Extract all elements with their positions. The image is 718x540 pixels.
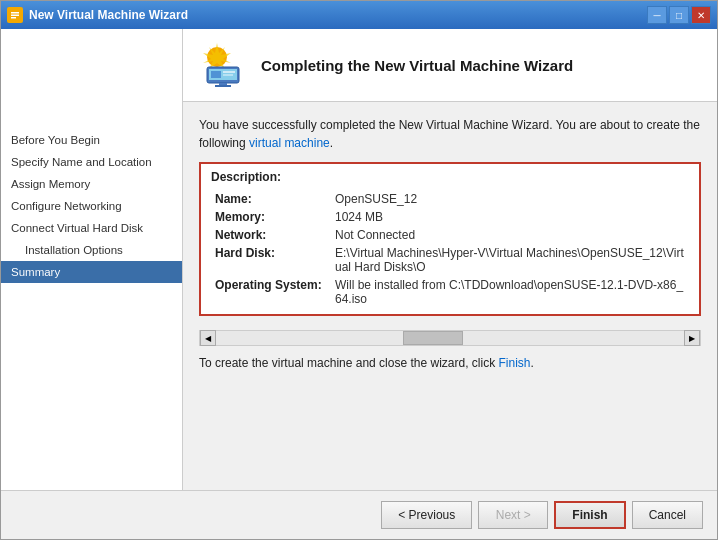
field-value-memory: 1024 MB	[331, 208, 689, 226]
sidebar-item-configure-networking[interactable]: Configure Networking	[1, 195, 182, 217]
footer-period: .	[531, 356, 534, 370]
header-title: Completing the New Virtual Machine Wizar…	[261, 57, 573, 74]
description-table: Name: OpenSUSE_12 Memory: 1024 MB Networ…	[211, 190, 689, 308]
field-value-name: OpenSUSE_12	[331, 190, 689, 208]
footer-line1: To create the virtual machine and close …	[199, 356, 498, 370]
scroll-right-arrow[interactable]: ▶	[684, 330, 700, 346]
field-label-os: Operating System:	[211, 276, 331, 308]
app-icon	[7, 7, 23, 23]
field-label-memory: Memory:	[211, 208, 331, 226]
svg-rect-2	[11, 15, 19, 17]
table-row: Memory: 1024 MB	[211, 208, 689, 226]
window-title: New Virtual Machine Wizard	[29, 8, 188, 22]
finish-link[interactable]: Finish	[498, 356, 530, 370]
title-bar-left: New Virtual Machine Wizard	[7, 7, 188, 23]
table-row: Name: OpenSUSE_12	[211, 190, 689, 208]
field-value-os: Will be installed from C:\TDDownload\ope…	[331, 276, 689, 308]
svg-rect-12	[223, 74, 233, 76]
sidebar-item-installation-options[interactable]: Installation Options	[1, 239, 182, 261]
svg-rect-1	[11, 12, 19, 14]
main-content: Completing the New Virtual Machine Wizar…	[183, 29, 717, 490]
scroll-left-arrow[interactable]: ◀	[200, 330, 216, 346]
field-label-name: Name:	[211, 190, 331, 208]
svg-rect-3	[11, 17, 16, 19]
header-area: Completing the New Virtual Machine Wizar…	[183, 29, 717, 102]
virtual-machine-link[interactable]: virtual machine	[249, 136, 330, 150]
sidebar-item-summary[interactable]: Summary	[1, 261, 182, 283]
field-label-network: Network:	[211, 226, 331, 244]
sidebar-item-assign-memory[interactable]: Assign Memory	[1, 173, 182, 195]
footer-text: To create the virtual machine and close …	[199, 356, 701, 370]
description-header: Description:	[211, 170, 689, 184]
body-area: You have successfully completed the New …	[183, 102, 717, 490]
intro-line1: You have successfully completed the New …	[199, 118, 700, 132]
sidebar-item-connect-vhd[interactable]: Connect Virtual Hard Disk	[1, 217, 182, 239]
button-bar: < Previous Next > Finish Cancel	[1, 490, 717, 539]
intro-end: .	[330, 136, 333, 150]
table-row: Operating System: Will be installed from…	[211, 276, 689, 308]
sidebar: Before You Begin Specify Name and Locati…	[1, 29, 183, 490]
next-button[interactable]: Next >	[478, 501, 548, 529]
table-row: Hard Disk: E:\Virtual Machines\Hyper-V\V…	[211, 244, 689, 276]
scrollbar-thumb[interactable]	[403, 331, 463, 345]
intro-text: You have successfully completed the New …	[199, 116, 701, 152]
wizard-header-icon	[199, 41, 247, 89]
svg-rect-11	[223, 71, 235, 73]
description-box: Description: Name: OpenSUSE_12 Memory: 1…	[199, 162, 701, 316]
title-controls: ─ □ ✕	[647, 6, 711, 24]
sidebar-item-specify-name[interactable]: Specify Name and Location	[1, 151, 182, 173]
title-bar: New Virtual Machine Wizard ─ □ ✕	[1, 1, 717, 29]
finish-button[interactable]: Finish	[554, 501, 625, 529]
svg-rect-10	[211, 71, 221, 78]
previous-button[interactable]: < Previous	[381, 501, 472, 529]
wizard-window: New Virtual Machine Wizard ─ □ ✕ Before …	[0, 0, 718, 540]
svg-rect-9	[215, 85, 231, 87]
cancel-button[interactable]: Cancel	[632, 501, 703, 529]
maximize-button[interactable]: □	[669, 6, 689, 24]
content-area: Before You Begin Specify Name and Locati…	[1, 29, 717, 490]
close-button[interactable]: ✕	[691, 6, 711, 24]
field-value-network: Not Connected	[331, 226, 689, 244]
intro-line2: following	[199, 136, 249, 150]
sidebar-item-before-you-begin[interactable]: Before You Begin	[1, 129, 182, 151]
table-row: Network: Not Connected	[211, 226, 689, 244]
horizontal-scrollbar[interactable]: ◀ ▶	[199, 330, 701, 346]
scrollbar-track[interactable]	[216, 331, 684, 345]
field-value-harddisk: E:\Virtual Machines\Hyper-V\Virtual Mach…	[331, 244, 689, 276]
field-label-harddisk: Hard Disk:	[211, 244, 331, 276]
minimize-button[interactable]: ─	[647, 6, 667, 24]
